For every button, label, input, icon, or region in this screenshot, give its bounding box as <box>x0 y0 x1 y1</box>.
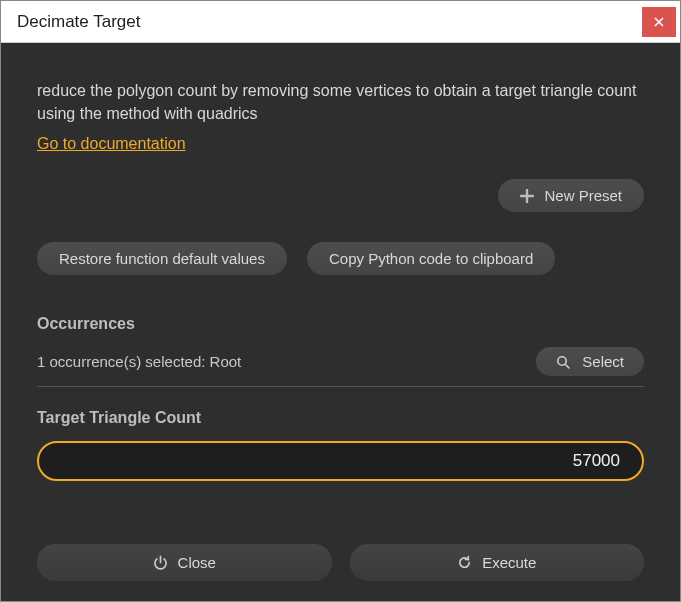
titlebar: Decimate Target <box>1 1 680 43</box>
plus-icon <box>520 189 534 203</box>
power-icon <box>153 555 168 570</box>
execute-label: Execute <box>482 554 536 571</box>
utility-row: Restore function default values Copy Pyt… <box>37 242 644 275</box>
restore-defaults-button[interactable]: Restore function default values <box>37 242 287 275</box>
target-count-field <box>37 441 644 481</box>
window-title: Decimate Target <box>17 12 140 32</box>
dialog-body: reduce the polygon count by removing som… <box>1 43 680 601</box>
select-label: Select <box>582 353 624 370</box>
target-count-heading: Target Triangle Count <box>37 409 644 427</box>
documentation-link[interactable]: Go to documentation <box>37 135 644 153</box>
close-button[interactable]: Close <box>37 544 332 581</box>
description-text: reduce the polygon count by removing som… <box>37 79 644 125</box>
close-label: Close <box>178 554 216 571</box>
search-icon <box>556 355 570 369</box>
occurrences-heading: Occurrences <box>37 315 644 333</box>
close-icon <box>654 17 664 27</box>
preset-row: New Preset <box>37 179 644 212</box>
execute-button[interactable]: Execute <box>350 544 645 581</box>
dialog-window: Decimate Target reduce the polygon count… <box>0 0 681 602</box>
new-preset-button[interactable]: New Preset <box>498 179 644 212</box>
occurrences-row: 1 occurrence(s) selected: Root Select <box>37 347 644 387</box>
new-preset-label: New Preset <box>544 187 622 204</box>
copy-python-label: Copy Python code to clipboard <box>329 250 533 267</box>
refresh-icon <box>457 555 472 570</box>
copy-python-button[interactable]: Copy Python code to clipboard <box>307 242 555 275</box>
close-window-button[interactable] <box>642 7 676 37</box>
dialog-footer: Close Execute <box>37 518 644 581</box>
select-occurrences-button[interactable]: Select <box>536 347 644 376</box>
target-triangle-count-input[interactable] <box>37 441 644 481</box>
restore-defaults-label: Restore function default values <box>59 250 265 267</box>
occurrences-status: 1 occurrence(s) selected: Root <box>37 353 241 370</box>
